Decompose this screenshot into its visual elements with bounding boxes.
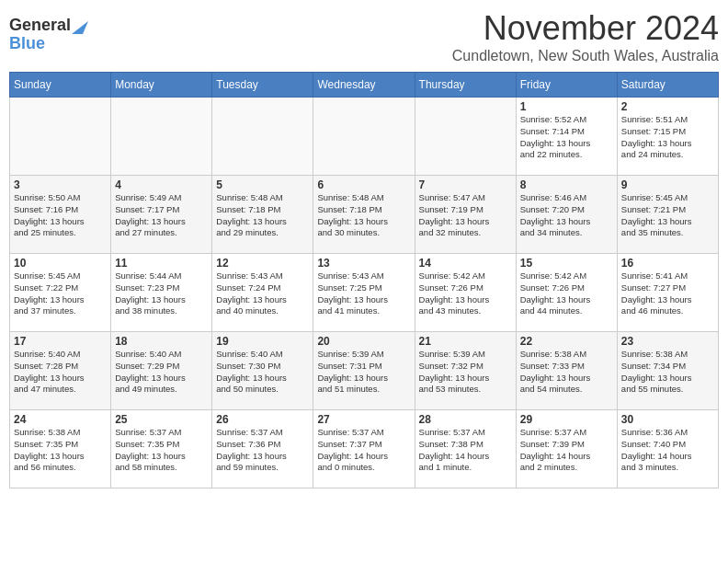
calendar-cell: 2Sunrise: 5:51 AM Sunset: 7:15 PM Daylig… xyxy=(617,98,718,176)
calendar-week-row: 1Sunrise: 5:52 AM Sunset: 7:14 PM Daylig… xyxy=(10,98,719,176)
day-number: 24 xyxy=(14,413,107,426)
calendar-cell: 3Sunrise: 5:50 AM Sunset: 7:16 PM Daylig… xyxy=(10,176,111,254)
day-number: 8 xyxy=(520,178,613,191)
calendar-cell xyxy=(111,98,212,176)
day-number: 23 xyxy=(621,335,714,348)
day-number: 30 xyxy=(621,413,714,426)
logo-text-general: General xyxy=(9,17,71,35)
weekday-header-tuesday: Tuesday xyxy=(212,73,313,98)
calendar-cell: 25Sunrise: 5:37 AM Sunset: 7:35 PM Dayli… xyxy=(111,410,212,488)
calendar-cell: 27Sunrise: 5:37 AM Sunset: 7:37 PM Dayli… xyxy=(313,410,415,488)
day-number: 1 xyxy=(520,100,613,113)
calendar-header: SundayMondayTuesdayWednesdayThursdayFrid… xyxy=(10,73,719,98)
calendar-cell: 14Sunrise: 5:42 AM Sunset: 7:26 PM Dayli… xyxy=(415,254,516,332)
weekday-header-sunday: Sunday xyxy=(10,73,111,98)
day-info: Sunrise: 5:39 AM Sunset: 7:32 PM Dayligh… xyxy=(419,349,512,396)
day-info: Sunrise: 5:44 AM Sunset: 7:23 PM Dayligh… xyxy=(115,270,208,317)
day-number: 12 xyxy=(216,257,309,270)
day-info: Sunrise: 5:36 AM Sunset: 7:40 PM Dayligh… xyxy=(621,427,714,474)
svg-marker-0 xyxy=(72,21,88,34)
day-number: 16 xyxy=(621,257,714,270)
day-number: 13 xyxy=(317,257,410,270)
day-number: 27 xyxy=(317,413,410,426)
calendar-cell: 12Sunrise: 5:43 AM Sunset: 7:24 PM Dayli… xyxy=(212,254,313,332)
title-block: November 2024 Cundletown, New South Wale… xyxy=(452,9,719,64)
calendar-cell: 24Sunrise: 5:38 AM Sunset: 7:35 PM Dayli… xyxy=(10,410,111,488)
day-number: 4 xyxy=(115,178,208,191)
calendar-cell xyxy=(212,98,313,176)
day-info: Sunrise: 5:48 AM Sunset: 7:18 PM Dayligh… xyxy=(216,192,309,239)
day-info: Sunrise: 5:47 AM Sunset: 7:19 PM Dayligh… xyxy=(419,192,512,239)
calendar-cell: 19Sunrise: 5:40 AM Sunset: 7:30 PM Dayli… xyxy=(212,332,313,410)
day-number: 7 xyxy=(419,178,512,191)
day-info: Sunrise: 5:50 AM Sunset: 7:16 PM Dayligh… xyxy=(14,192,107,239)
day-info: Sunrise: 5:40 AM Sunset: 7:28 PM Dayligh… xyxy=(14,349,107,396)
calendar-cell: 17Sunrise: 5:40 AM Sunset: 7:28 PM Dayli… xyxy=(10,332,111,410)
calendar-week-row: 17Sunrise: 5:40 AM Sunset: 7:28 PM Dayli… xyxy=(10,332,719,410)
day-info: Sunrise: 5:42 AM Sunset: 7:26 PM Dayligh… xyxy=(419,270,512,317)
day-number: 20 xyxy=(317,335,410,348)
calendar-cell: 8Sunrise: 5:46 AM Sunset: 7:20 PM Daylig… xyxy=(516,176,617,254)
day-info: Sunrise: 5:38 AM Sunset: 7:35 PM Dayligh… xyxy=(14,427,107,474)
day-number: 28 xyxy=(419,413,512,426)
day-info: Sunrise: 5:43 AM Sunset: 7:25 PM Dayligh… xyxy=(317,270,410,317)
calendar-cell: 11Sunrise: 5:44 AM Sunset: 7:23 PM Dayli… xyxy=(111,254,212,332)
day-number: 3 xyxy=(14,178,107,191)
calendar-cell: 7Sunrise: 5:47 AM Sunset: 7:19 PM Daylig… xyxy=(415,176,516,254)
calendar-cell: 21Sunrise: 5:39 AM Sunset: 7:32 PM Dayli… xyxy=(415,332,516,410)
calendar-cell xyxy=(10,98,111,176)
day-number: 2 xyxy=(621,100,714,113)
calendar-cell: 28Sunrise: 5:37 AM Sunset: 7:38 PM Dayli… xyxy=(415,410,516,488)
weekday-header-thursday: Thursday xyxy=(415,73,516,98)
month-title: November 2024 xyxy=(452,9,719,48)
page-header: General Blue November 2024 Cundletown, N… xyxy=(9,9,719,64)
day-info: Sunrise: 5:43 AM Sunset: 7:24 PM Dayligh… xyxy=(216,270,309,317)
calendar-table: SundayMondayTuesdayWednesdayThursdayFrid… xyxy=(9,72,719,488)
day-number: 25 xyxy=(115,413,208,426)
day-info: Sunrise: 5:52 AM Sunset: 7:14 PM Dayligh… xyxy=(520,114,613,161)
day-info: Sunrise: 5:49 AM Sunset: 7:17 PM Dayligh… xyxy=(115,192,208,239)
day-number: 19 xyxy=(216,335,309,348)
day-info: Sunrise: 5:37 AM Sunset: 7:36 PM Dayligh… xyxy=(216,427,309,474)
logo: General Blue xyxy=(9,17,88,53)
day-info: Sunrise: 5:37 AM Sunset: 7:37 PM Dayligh… xyxy=(317,427,410,474)
day-info: Sunrise: 5:40 AM Sunset: 7:29 PM Dayligh… xyxy=(115,349,208,396)
day-info: Sunrise: 5:46 AM Sunset: 7:20 PM Dayligh… xyxy=(520,192,613,239)
calendar-cell: 15Sunrise: 5:42 AM Sunset: 7:26 PM Dayli… xyxy=(516,254,617,332)
logo-text-blue: Blue xyxy=(9,34,45,52)
day-number: 11 xyxy=(115,257,208,270)
weekday-header-saturday: Saturday xyxy=(617,73,718,98)
calendar-cell: 18Sunrise: 5:40 AM Sunset: 7:29 PM Dayli… xyxy=(111,332,212,410)
calendar-cell: 22Sunrise: 5:38 AM Sunset: 7:33 PM Dayli… xyxy=(516,332,617,410)
day-number: 9 xyxy=(621,178,714,191)
calendar-week-row: 3Sunrise: 5:50 AM Sunset: 7:16 PM Daylig… xyxy=(10,176,719,254)
day-info: Sunrise: 5:39 AM Sunset: 7:31 PM Dayligh… xyxy=(317,349,410,396)
calendar-cell: 29Sunrise: 5:37 AM Sunset: 7:39 PM Dayli… xyxy=(516,410,617,488)
day-number: 21 xyxy=(419,335,512,348)
day-info: Sunrise: 5:37 AM Sunset: 7:39 PM Dayligh… xyxy=(520,427,613,474)
weekday-header-friday: Friday xyxy=(516,73,617,98)
calendar-cell: 4Sunrise: 5:49 AM Sunset: 7:17 PM Daylig… xyxy=(111,176,212,254)
calendar-cell: 10Sunrise: 5:45 AM Sunset: 7:22 PM Dayli… xyxy=(10,254,111,332)
day-info: Sunrise: 5:51 AM Sunset: 7:15 PM Dayligh… xyxy=(621,114,714,161)
day-number: 15 xyxy=(520,257,613,270)
day-info: Sunrise: 5:37 AM Sunset: 7:38 PM Dayligh… xyxy=(419,427,512,474)
calendar-cell: 13Sunrise: 5:43 AM Sunset: 7:25 PM Dayli… xyxy=(313,254,415,332)
day-info: Sunrise: 5:37 AM Sunset: 7:35 PM Dayligh… xyxy=(115,427,208,474)
weekday-header-monday: Monday xyxy=(111,73,212,98)
day-info: Sunrise: 5:42 AM Sunset: 7:26 PM Dayligh… xyxy=(520,270,613,317)
logo-bird-icon xyxy=(72,14,88,34)
day-number: 17 xyxy=(14,335,107,348)
calendar-cell: 6Sunrise: 5:48 AM Sunset: 7:18 PM Daylig… xyxy=(313,176,415,254)
day-info: Sunrise: 5:40 AM Sunset: 7:30 PM Dayligh… xyxy=(216,349,309,396)
calendar-cell: 5Sunrise: 5:48 AM Sunset: 7:18 PM Daylig… xyxy=(212,176,313,254)
calendar-week-row: 24Sunrise: 5:38 AM Sunset: 7:35 PM Dayli… xyxy=(10,410,719,488)
weekday-header-row: SundayMondayTuesdayWednesdayThursdayFrid… xyxy=(10,73,719,98)
day-number: 5 xyxy=(216,178,309,191)
day-info: Sunrise: 5:41 AM Sunset: 7:27 PM Dayligh… xyxy=(621,270,714,317)
calendar-body: 1Sunrise: 5:52 AM Sunset: 7:14 PM Daylig… xyxy=(10,98,719,488)
weekday-header-wednesday: Wednesday xyxy=(313,73,415,98)
calendar-cell xyxy=(415,98,516,176)
day-number: 22 xyxy=(520,335,613,348)
calendar-cell: 30Sunrise: 5:36 AM Sunset: 7:40 PM Dayli… xyxy=(617,410,718,488)
